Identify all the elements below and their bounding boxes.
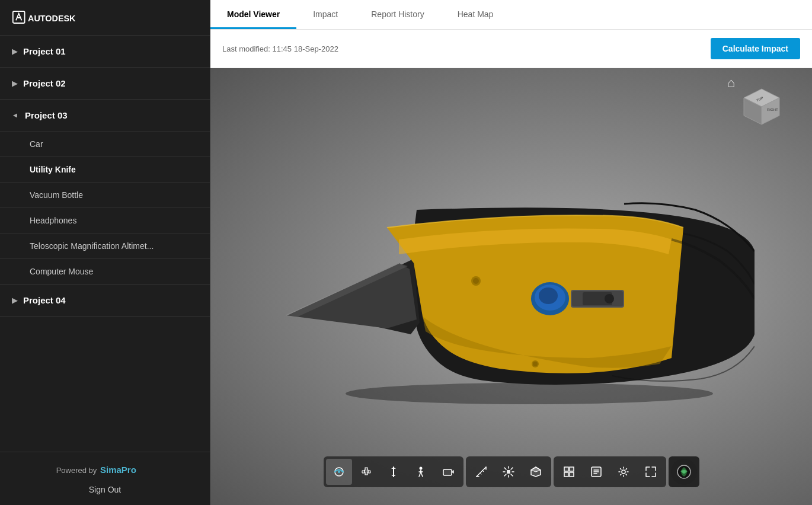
project-02-item: ▶ Project 02 [0,68,210,100]
tab-impact[interactable]: Impact [296,1,354,29]
project-02-label: Project 02 [23,78,66,88]
autodesk-logo: AUTODESK [12,7,119,28]
project-03-header[interactable]: ▼ Project 03 [0,100,210,131]
svg-text:AUTODESK: AUTODESK [28,14,76,23]
svg-point-42 [622,470,625,474]
content-toolbar: Last modified: 11:45 18-Sep-2022 Calcula… [210,30,812,68]
chevron-right-icon: ▶ [12,47,17,56]
powered-by-text: Powered by [56,466,97,475]
sustainability-tools [669,456,699,487]
chevron-down-icon: ▼ [11,112,20,119]
powered-by: Powered by SimaPro [56,463,154,478]
svg-rect-24 [443,469,452,475]
view-cube[interactable]: RIGHT TOP [741,86,782,127]
fullscreen-button[interactable] [638,459,664,485]
knife-model [268,162,755,411]
project-03-item: ▼ Project 03 Car Utility Knife Vacuum Bo… [0,100,210,285]
model-viewer[interactable]: ⌂ RIGHT TOP [210,68,812,505]
section-button[interactable] [523,459,549,485]
tab-model-viewer[interactable]: Model Viewer [210,1,296,29]
measurement-tools [466,456,551,487]
svg-point-14 [533,362,538,366]
svg-point-44 [682,470,686,474]
svg-rect-35 [570,467,574,471]
sidebar-item-car[interactable]: Car [0,131,210,156]
sidebar-item-vacuum-bottle[interactable]: Vacuum Bottle [0,182,210,207]
sidebar-footer: Powered by SimaPro Sign Out [0,452,210,505]
svg-text:RIGHT: RIGHT [767,108,778,111]
svg-point-23 [419,467,422,470]
sustainability-button[interactable] [671,459,697,485]
svg-rect-31 [507,470,510,474]
main-content: Model Viewer Impact Report History Heat … [210,0,812,505]
chevron-right-icon: ▶ [12,296,17,305]
sidebar: AUTODESK ▶ Project 01 ▶ Project 02 ▼ Pro… [0,0,210,505]
sidebar-item-utility-knife[interactable]: Utility Knife [0,156,210,182]
svg-line-26 [477,467,486,477]
project-04-header[interactable]: ▶ Project 04 [0,285,210,316]
svg-rect-34 [564,467,568,471]
sign-out-button[interactable]: Sign Out [89,485,121,494]
svg-point-21 [338,471,340,473]
sidebar-item-telescopic[interactable]: Teloscopic Magnification Altimet... [0,233,210,258]
person-button[interactable] [408,459,434,485]
tabs-bar: Model Viewer Impact Report History Heat … [210,0,812,30]
project-01-header[interactable]: ▶ Project 01 [0,36,210,67]
pan-button[interactable] [353,459,379,485]
model-browser-button[interactable] [556,459,582,485]
svg-point-6 [539,287,558,304]
logo-area: AUTODESK [0,0,210,36]
svg-text:SimaPro: SimaPro [100,465,136,475]
sidebar-nav: ▶ Project 01 ▶ Project 02 ▼ Project 03 C… [0,36,210,452]
measure-button[interactable] [468,459,494,485]
project-01-label: Project 01 [23,46,66,56]
project-04-item: ▶ Project 04 [0,285,210,317]
sidebar-item-headphones[interactable]: Headphones [0,207,210,233]
tab-heat-map[interactable]: Heat Map [441,1,510,29]
svg-rect-36 [564,472,568,477]
chevron-right-icon: ▶ [12,79,17,88]
viewer-toolbar [324,456,699,487]
svg-point-10 [605,294,614,303]
navigation-tools [324,456,463,487]
view-tools [554,456,666,487]
simapro-logo: SimaPro [100,463,154,478]
settings-button[interactable] [610,459,637,485]
project-03-label: Project 03 [25,110,68,120]
zoom-button[interactable] [381,459,407,485]
svg-line-29 [480,473,481,474]
project-01-item: ▶ Project 01 [0,36,210,68]
svg-point-12 [473,278,479,284]
explode-button[interactable] [495,459,522,485]
tab-report-history[interactable]: Report History [354,1,440,29]
home-view-button[interactable]: ⌂ [727,75,735,91]
svg-point-3 [346,383,713,404]
properties-button[interactable] [583,459,609,485]
svg-rect-37 [570,472,574,477]
svg-line-30 [482,471,484,472]
project-02-header[interactable]: ▶ Project 02 [0,68,210,99]
project-04-label: Project 04 [23,295,66,305]
project-03-children: Car Utility Knife Vacuum Bottle Headphon… [0,131,210,284]
orbit-button[interactable] [326,459,352,485]
last-modified-text: Last modified: 11:45 18-Sep-2022 [222,44,338,53]
camera-button[interactable] [435,459,461,485]
sidebar-item-computer-mouse[interactable]: Computer Mouse [0,258,210,284]
calculate-impact-button[interactable]: Calculate Impact [711,38,800,59]
